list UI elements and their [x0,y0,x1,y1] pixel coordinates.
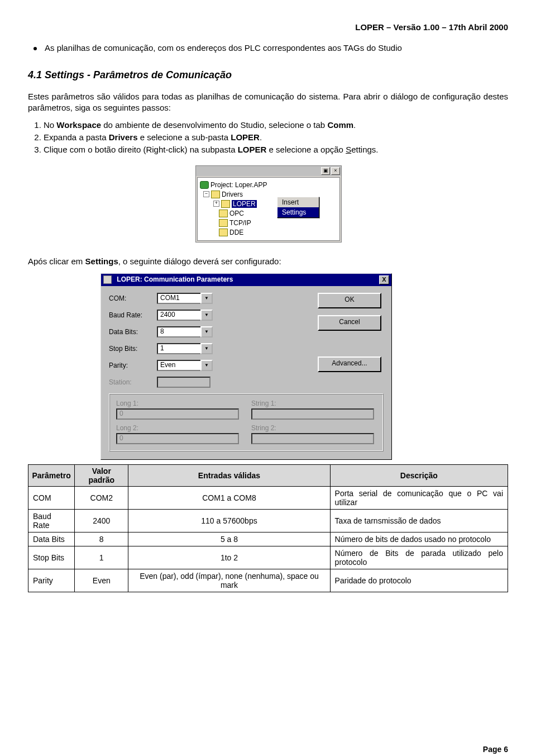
bullet-icon [34,47,37,50]
stopbits-dropdown[interactable]: 1 ▼ [157,343,213,354]
dialog-app-icon [103,275,112,284]
long1-input: 0 [116,408,239,420]
folder-icon [219,229,228,236]
databits-dropdown[interactable]: 8 ▼ [157,326,213,337]
label-stopbits: Stop Bits: [109,345,157,353]
context-menu-settings[interactable]: Settings [277,207,319,217]
paragraph-intro: Estes parâmetros são válidos para todas … [28,91,508,114]
step-3: Clique com o botão direito (Right-click)… [44,144,508,155]
ok-button[interactable]: OK [318,293,381,308]
bullet-item: As planilhas de comunicação, com os ende… [34,43,508,53]
th-param: Parâmetro [28,464,75,486]
label-long1: Long 1: [116,400,241,407]
th-valid: Entradas válidas [128,464,330,486]
step-1: No Workspace do ambiente de desenvolvime… [44,120,508,131]
project-icon [200,181,209,189]
folder-icon [219,219,228,227]
table-row: Baud Rate 2400 110 a 57600bps Taxa de ta… [28,509,508,532]
tree-label: OPC [229,210,244,217]
folder-open-icon [211,191,220,198]
chevron-down-icon[interactable]: ▼ [200,293,213,304]
label-parity: Parity: [109,362,157,369]
comm-params-dialog: LOPER: Communication Parameters X OK Can… [100,273,392,460]
dialog-titlebar: LOPER: Communication Parameters X [101,274,391,286]
close-button[interactable]: X [379,275,389,284]
page-footer: Page 6 [483,745,508,754]
station-input [157,377,210,388]
tree-dde[interactable]: DDE [199,227,338,237]
table-row: Parity Even Even (par), odd (ímpar), non… [28,569,508,592]
string1-input [251,408,374,420]
chevron-down-icon[interactable]: ▼ [200,360,213,371]
label-station: Station: [109,378,157,386]
advanced-button[interactable]: Advanced... [318,356,381,372]
tree-label: Project: Loper.APP [210,181,267,189]
dialog-group: Long 1: 0 String 1: Long 2: 0 String 2: [109,393,384,451]
context-menu-insert[interactable]: Insert [277,197,319,207]
table-row: Stop Bits 1 1to 2 Número de Bits de para… [28,546,508,569]
stopbits-value: 1 [157,343,200,354]
dock-icon[interactable]: ▣ [321,167,330,175]
params-table: Parâmetro Valor padrão Entradas válidas … [28,464,508,592]
collapse-icon[interactable]: − [203,191,209,197]
chevron-down-icon[interactable]: ▼ [200,310,213,321]
steps-list: No Workspace do ambiente de desenvolvime… [28,120,508,156]
folder-icon [219,210,228,217]
bullet-text: As planilhas de comunicação, com os ende… [45,43,402,53]
table-row: Data Bits 8 5 a 8 Número de bits de dado… [28,532,508,546]
tree-root[interactable]: Project: Loper.APP [199,180,338,189]
com-value: COM1 [157,293,200,304]
close-icon[interactable]: × [331,167,340,175]
label-databits: Data Bits: [109,328,157,336]
tree-label: Drivers [222,191,243,198]
string2-input [251,433,374,444]
table-header-row: Parâmetro Valor padrão Entradas válidas … [28,464,508,486]
baud-dropdown[interactable]: 2400 ▼ [157,310,213,321]
com-dropdown[interactable]: COM1 ▼ [157,293,213,304]
context-menu: Insert Settings [277,197,319,218]
folder-icon [221,200,230,208]
section-heading: 4.1 Settings - Parâmetros de Comunicação [28,69,508,81]
table-row: COM COM2 COM1 a COM8 Porta serial de com… [28,486,508,509]
label-string2: String 2: [251,424,376,432]
page-header: LOPER – Versão 1.00 – 17th Abril 2000 [28,22,508,32]
expand-icon[interactable]: + [213,201,219,207]
label-baud: Baud Rate: [109,311,157,319]
label-string1: String 1: [251,400,376,407]
label-com: COM: [109,294,157,302]
th-default: Valor padrão [75,464,128,486]
th-desc: Descrição [330,464,508,486]
cancel-button[interactable]: Cancel [318,315,381,331]
tree-label: TCP/IP [229,219,251,227]
tree-label: DDE [229,229,243,236]
label-long2: Long 2: [116,424,241,432]
long2-input: 0 [116,433,239,444]
workspace-screenshot: ▣ × Project: Loper.APP − Drivers + [195,165,341,243]
databits-value: 8 [157,326,200,337]
chevron-down-icon[interactable]: ▼ [200,326,213,337]
tree-tcpip[interactable]: TCP/IP [199,218,338,227]
step-2: Expanda a pasta Drivers e selecione a su… [44,132,508,143]
baud-value: 2400 [157,310,200,321]
paragraph-after-tree: Após clicar em Settings, o seguinte diál… [28,256,508,267]
dialog-title-text: LOPER: Communication Parameters [117,275,233,283]
tree-label-selected: LOPER [232,200,257,208]
chevron-down-icon[interactable]: ▼ [200,343,213,354]
parity-value: Even [157,360,200,371]
workspace-titlebar: ▣ × [196,166,341,176]
parity-dropdown[interactable]: Even ▼ [157,360,213,371]
